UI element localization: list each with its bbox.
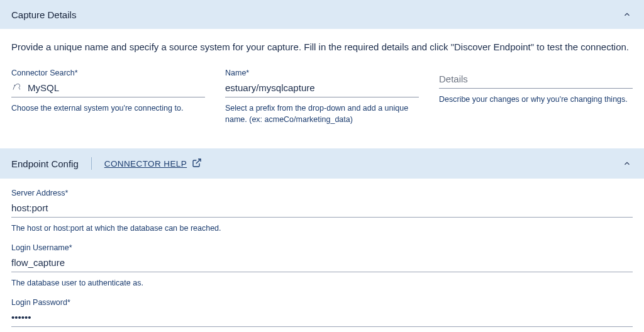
chevron-up-icon[interactable]: [621, 158, 633, 169]
details-input-wrap[interactable]: [439, 72, 633, 89]
server-address-help: The host or host:port at which the datab…: [11, 223, 633, 235]
external-link-icon: [192, 158, 202, 170]
server-address-field: Server Address* The host or host:port at…: [11, 189, 633, 235]
details-field: Describe your changes or why you're chan…: [439, 69, 633, 126]
capture-details-title: Capture Details: [11, 9, 76, 20]
svg-point-0: [14, 85, 15, 86]
connector-search-label: Connector Search*: [11, 69, 205, 77]
login-password-field: Login Password* Password for the specifi…: [11, 298, 633, 333]
connector-search-field: Connector Search* Choose the external sy…: [11, 69, 205, 126]
login-password-input-wrap[interactable]: [11, 311, 633, 327]
login-username-input[interactable]: [11, 257, 633, 268]
name-input-wrap[interactable]: [225, 81, 419, 97]
name-input[interactable]: [225, 82, 419, 93]
endpoint-config-header[interactable]: Endpoint Config CONNECTOR HELP: [0, 148, 644, 179]
capture-details-body: Provide a unique name and specify a sour…: [0, 29, 644, 141]
details-input[interactable]: [439, 74, 633, 84]
login-password-label: Login Password*: [11, 298, 633, 307]
capture-fields-row: Connector Search* Choose the external sy…: [11, 69, 633, 126]
capture-details-header[interactable]: Capture Details: [0, 0, 644, 29]
chevron-up-icon[interactable]: [621, 9, 633, 20]
capture-details-intro: Provide a unique name and specify a sour…: [11, 40, 633, 55]
details-help: Describe your changes or why you're chan…: [439, 94, 633, 106]
svg-line-1: [196, 159, 201, 163]
connector-help-label: CONNECTOR HELP: [104, 159, 187, 169]
login-username-input-wrap[interactable]: [11, 256, 633, 272]
endpoint-config-body: Server Address* The host or host:port at…: [0, 179, 644, 332]
connector-search-input-wrap[interactable]: [11, 81, 205, 97]
name-help: Select a prefix from the drop-down and a…: [225, 102, 419, 126]
login-username-label: Login Username*: [11, 243, 633, 252]
login-username-field: Login Username* The database user to aut…: [11, 243, 633, 289]
login-password-input[interactable]: [11, 312, 633, 323]
login-username-help: The database user to authenticate as.: [11, 277, 633, 289]
endpoint-config-title: Endpoint Config: [11, 158, 79, 169]
mysql-icon: [11, 81, 23, 94]
connector-search-input[interactable]: [28, 82, 205, 93]
server-address-input[interactable]: [11, 202, 633, 213]
connector-search-help: Choose the external system you're connec…: [11, 102, 205, 114]
server-address-label: Server Address*: [11, 189, 633, 197]
name-label: Name*: [225, 69, 419, 77]
server-address-input-wrap[interactable]: [11, 201, 633, 218]
connector-help-link[interactable]: CONNECTOR HELP: [104, 158, 202, 170]
header-divider: [91, 157, 92, 170]
name-field: Name* Select a prefix from the drop-down…: [225, 69, 419, 126]
endpoint-header-left: Endpoint Config CONNECTOR HELP: [11, 157, 202, 170]
